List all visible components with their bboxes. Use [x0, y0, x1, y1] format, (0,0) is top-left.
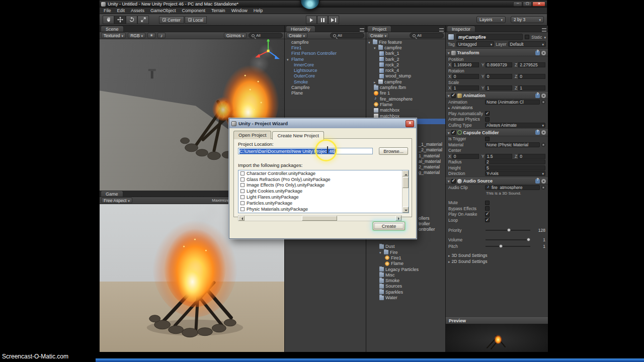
tab-game[interactable]: Game	[101, 191, 123, 197]
rotation-y-field[interactable]: 0	[486, 74, 512, 79]
project-item[interactable]: Dust	[366, 244, 445, 249]
package-row[interactable]: Light Cookies.unityPackage	[238, 188, 409, 194]
preview-header[interactable]: Preview	[446, 317, 548, 324]
package-row[interactable]: Particles.unityPackage	[238, 200, 409, 206]
direction-dropdown[interactable]: Y-Axis	[485, 171, 545, 176]
project-item[interactable]: Smoke	[366, 278, 445, 283]
menu-assets[interactable]: Assets	[128, 8, 147, 13]
scene-search-input[interactable]: All	[249, 33, 283, 38]
scale-z-field[interactable]: 1	[518, 85, 545, 90]
position-z-field[interactable]: 2.279525	[518, 62, 545, 67]
slider-thumb[interactable]	[499, 244, 503, 248]
tab-scene[interactable]: Scene	[101, 26, 124, 32]
project-item[interactable]: wood_stump	[366, 73, 445, 79]
package-row[interactable]: Image Effects (Pro Only).unityPackage	[238, 183, 409, 189]
package-row[interactable]: Light Flares.unityPackage	[238, 194, 409, 200]
transform-component-header[interactable]: Transform	[446, 49, 548, 56]
scrollbar-thumb[interactable]	[403, 177, 409, 188]
minimize-button[interactable]	[513, 2, 522, 7]
project-search-input[interactable]: All	[410, 33, 444, 38]
animation-clip-field[interactable]: None (Animation Cl	[485, 100, 540, 105]
menu-help[interactable]: Help	[251, 8, 266, 13]
pitch-value[interactable]: 1	[532, 244, 545, 249]
volume-slider[interactable]	[486, 239, 530, 240]
scroll-left-button[interactable]	[238, 216, 245, 221]
hierarchy-item[interactable]: Lightsource	[285, 67, 366, 73]
project-item[interactable]: Legacy Particles	[366, 266, 445, 272]
tag-dropdown[interactable]: Untagged	[456, 41, 495, 47]
package-checkbox[interactable]	[240, 189, 245, 193]
move-tool-button[interactable]	[114, 16, 126, 24]
loop-checkbox[interactable]	[485, 218, 490, 222]
play-automatically-checkbox[interactable]	[485, 111, 490, 116]
foldout-icon[interactable]	[448, 93, 450, 98]
browse-button[interactable]: Browse...	[379, 147, 408, 155]
project-item[interactable]: Fire1	[366, 255, 445, 260]
aspect-dropdown[interactable]: Free Aspect	[101, 198, 132, 203]
project-item[interactable]: Flame	[366, 261, 445, 266]
component-enabled-checkbox[interactable]	[451, 179, 456, 184]
hierarchy-item[interactable]: Plane	[285, 90, 366, 96]
pitch-slider[interactable]	[486, 246, 530, 247]
radius-field[interactable]: 2	[485, 159, 545, 164]
help-icon[interactable]	[535, 179, 540, 184]
tab-project[interactable]: Project	[367, 26, 391, 32]
package-row[interactable]: Character Controller.unityPackage	[238, 170, 409, 176]
slider-thumb[interactable]	[527, 238, 530, 241]
package-checkbox[interactable]	[240, 201, 245, 205]
project-item[interactable]: rock_2	[366, 62, 445, 67]
hand-tool-button[interactable]	[103, 16, 114, 24]
layers-dropdown[interactable]: Layers	[476, 16, 506, 23]
menu-edit[interactable]: Edit	[114, 8, 128, 13]
gear-icon[interactable]	[541, 179, 546, 184]
scroll-down-button[interactable]	[403, 207, 409, 213]
project-item[interactable]: fire 1	[366, 90, 445, 96]
package-checkbox[interactable]	[240, 177, 245, 182]
packages-list[interactable]: Character Controller.unityPackage Glass …	[238, 170, 409, 213]
project-item[interactable]: campfire	[366, 45, 445, 50]
expander-icon[interactable]	[368, 40, 373, 45]
gizmos-dropdown[interactable]: Gizmos	[224, 33, 247, 38]
render-channel-dropdown[interactable]: RGB	[128, 33, 145, 38]
tab-inspector[interactable]: Inspector	[447, 26, 475, 32]
panel-menu-icon[interactable]	[439, 28, 444, 32]
foldout-icon[interactable]	[448, 178, 450, 184]
audio-clip-field[interactable]: fire_atmosphere	[485, 185, 540, 190]
play-button[interactable]	[306, 16, 317, 24]
panel-menu-icon[interactable]	[542, 28, 546, 32]
hierarchy-search-input[interactable]: All	[330, 33, 364, 38]
project-item[interactable]: campfire	[366, 79, 445, 84]
expander-icon[interactable]	[374, 45, 378, 50]
help-icon[interactable]	[535, 130, 540, 135]
slider-thumb[interactable]	[507, 228, 511, 232]
packages-horizontal-scrollbar[interactable]	[238, 215, 402, 221]
menu-file[interactable]: File	[101, 8, 114, 13]
project-item[interactable]: rock_4	[366, 67, 445, 73]
project-item[interactable]: matchbox	[366, 108, 445, 113]
component-enabled-checkbox[interactable]	[451, 94, 456, 98]
gear-icon[interactable]	[541, 130, 546, 135]
project-item[interactable]: Fire feature	[366, 39, 445, 45]
height-field[interactable]: 5	[485, 165, 545, 170]
shading-dropdown[interactable]: Textured	[101, 33, 126, 38]
scrollbar-thumb[interactable]	[302, 216, 337, 221]
hierarchy-item[interactable]: campfire	[285, 39, 366, 45]
play-on-awake-checkbox[interactable]	[485, 212, 490, 217]
package-checkbox[interactable]	[240, 171, 245, 175]
help-icon[interactable]	[535, 51, 540, 55]
rotation-z-field[interactable]: 0	[518, 74, 545, 79]
is-trigger-checkbox[interactable]	[485, 137, 490, 141]
tab-create-new-project[interactable]: Create New Project	[272, 131, 324, 140]
scene-lighting-toggle[interactable]	[147, 33, 155, 38]
chevron-down-icon[interactable]	[544, 35, 546, 40]
project-location-input[interactable]: C:\Users\Dan\Documents\New Unity Project…	[238, 148, 373, 154]
project-item[interactable]: bark_1	[366, 51, 445, 56]
project-item[interactable]: fire_atmosphere	[366, 96, 445, 102]
gear-icon[interactable]	[541, 51, 546, 55]
create-project-button[interactable]: Create	[373, 222, 405, 230]
rotate-tool-button[interactable]	[126, 16, 137, 24]
hierarchy-item[interactable]: Flame	[285, 56, 366, 62]
project-item[interactable]: campfire.fbm	[366, 84, 445, 90]
project-item[interactable]: Sources	[366, 284, 445, 289]
help-icon[interactable]	[535, 94, 540, 98]
